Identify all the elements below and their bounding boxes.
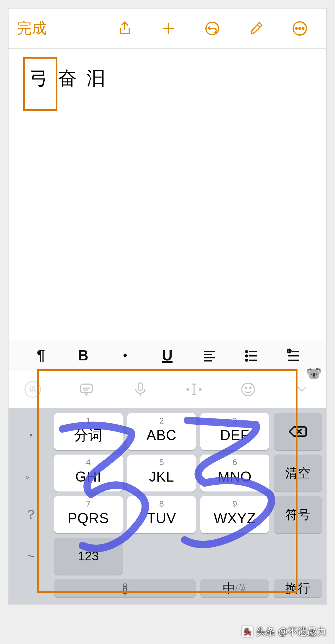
key-1-fenci[interactable]: 1分词 — [54, 413, 123, 450]
keyboard: 讯 🐨 ， 1分词 — [9, 371, 326, 604]
svg-point-5 — [245, 351, 247, 353]
backspace-key[interactable] — [274, 413, 322, 450]
key-6-mno[interactable]: 6MNO — [200, 455, 269, 492]
svg-point-11 — [242, 383, 254, 396]
watermark-text: 头条 @不遗愚力 — [256, 625, 326, 638]
note-area[interactable]: 弓 奋 汩 — [9, 49, 326, 340]
brush-icon[interactable] — [247, 19, 265, 38]
svg-point-13 — [249, 387, 251, 389]
align-button[interactable] — [198, 347, 221, 364]
key-4-ghi[interactable]: 4GHI — [54, 455, 123, 492]
key-8-tuv[interactable]: 8TUV — [127, 496, 196, 533]
phone-frame: 完成 弓 奋 汩 ¶ B • U — [8, 8, 327, 605]
punct-key-period[interactable]: 。 — [13, 455, 49, 492]
collapse-keyboard-icon[interactable] — [292, 379, 312, 399]
punct-key-question[interactable]: ？ — [13, 496, 49, 533]
keyboard-suggest-bar: 讯 🐨 — [9, 371, 326, 408]
svg-point-7 — [245, 359, 247, 361]
toolbar-icons — [116, 19, 309, 38]
svg-point-6 — [245, 355, 247, 357]
keypad-grid: ， 1分词 2ABC 3DEF 。 4GHI 5JKL 6MNO 清空 ？ 7P… — [9, 408, 326, 604]
svg-rect-10 — [138, 383, 142, 391]
punct-key-comma[interactable]: ， — [13, 413, 49, 450]
indent-button[interactable] — [282, 347, 305, 364]
symbols-key[interactable]: 符号 — [274, 496, 322, 533]
plus-icon[interactable] — [159, 19, 178, 38]
cursor-move-icon[interactable] — [184, 379, 204, 399]
toolbar: 完成 — [9, 9, 326, 48]
svg-point-3 — [299, 28, 301, 29]
space-mic-key[interactable]: 0 — [54, 579, 196, 597]
key-3-def[interactable]: 3DEF — [200, 413, 269, 450]
message-icon[interactable] — [76, 379, 96, 399]
clear-key[interactable]: 清空 — [274, 455, 322, 492]
underline-button[interactable]: U — [156, 347, 178, 364]
svg-point-4 — [302, 28, 304, 29]
done-button[interactable]: 完成 — [17, 18, 47, 38]
punct-key-tilde[interactable]: ~ — [13, 538, 49, 575]
koala-icon: 🐨 — [306, 366, 322, 381]
key-7-pqrs[interactable]: 7PQRS — [54, 496, 123, 533]
bold-button[interactable]: B — [72, 347, 94, 364]
mode-123-key[interactable]: 123 — [54, 538, 123, 575]
paragraph-style-button[interactable]: ¶ — [30, 347, 52, 364]
key-5-jkl[interactable]: 5JKL — [127, 455, 196, 492]
mic-icon[interactable] — [130, 379, 150, 399]
enter-key[interactable]: 换行 — [274, 579, 322, 597]
format-bar: ¶ B • U — [9, 340, 326, 371]
key-9-wxyz[interactable]: 9WXYZ — [200, 496, 269, 533]
share-icon[interactable] — [116, 19, 134, 38]
bullet-dot-button[interactable]: • — [114, 347, 136, 364]
emoji-icon[interactable] — [238, 379, 258, 399]
note-text: 弓 奋 汩 — [30, 65, 324, 91]
more-icon[interactable] — [291, 19, 309, 38]
list-button[interactable] — [240, 347, 263, 364]
svg-point-12 — [245, 387, 246, 389]
language-switch-key[interactable]: 中/英 — [200, 579, 269, 597]
key-2-abc[interactable]: 2ABC — [127, 413, 196, 450]
watermark: 头 头条 @不遗愚力 — [242, 625, 326, 638]
ime-logo-icon[interactable]: 讯 — [23, 379, 43, 399]
svg-point-2 — [296, 28, 297, 29]
watermark-logo-icon: 头 — [242, 626, 253, 637]
undo-icon[interactable] — [203, 19, 221, 38]
